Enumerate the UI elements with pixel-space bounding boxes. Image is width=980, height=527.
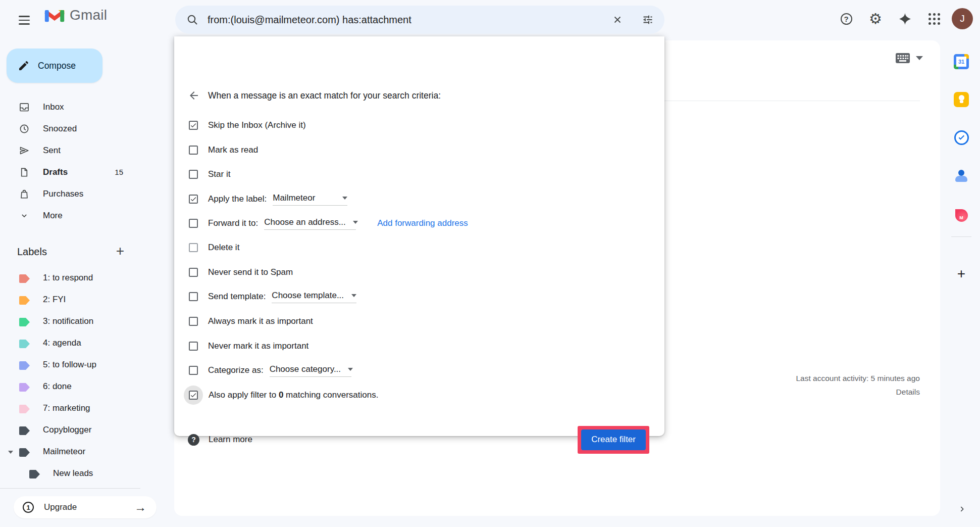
upgrade-button[interactable]: 1 Upgrade → (14, 496, 157, 518)
checkbox-always-important[interactable] (189, 317, 198, 326)
gmail-wordmark: Gmail (70, 7, 107, 23)
drafts-count: 15 (115, 168, 123, 176)
create-label-button[interactable]: + (116, 243, 124, 259)
highlight-annotation: Create filter (578, 426, 649, 454)
label-item-notification[interactable]: 3: notification (0, 311, 140, 333)
calendar-app-button[interactable]: 31 (952, 53, 970, 71)
add-forwarding-address-link[interactable]: Add forwarding address (377, 218, 468, 228)
sidebar-item-snoozed[interactable]: Snoozed (0, 118, 140, 139)
checkbox-forward[interactable] (189, 219, 198, 228)
labels-header: Labels + (0, 245, 140, 263)
label-item-fyi[interactable]: 2: FYI (0, 290, 140, 311)
search-input[interactable]: from:(louis@mailmeteor.com) has:attachme… (208, 14, 602, 26)
contacts-app-button[interactable] (952, 167, 970, 185)
checkbox-never-spam[interactable] (189, 268, 198, 277)
close-icon (612, 14, 623, 25)
create-filter-button[interactable]: Create filter (581, 429, 646, 450)
label-dropdown[interactable]: Mailmeteor (273, 193, 347, 206)
sidebar-item-sent[interactable]: Sent (0, 139, 140, 161)
input-tools-selector[interactable] (895, 53, 923, 64)
tag-icon (19, 318, 30, 326)
side-panel-rail: 31 M + (942, 40, 980, 527)
sidebar-item-drafts[interactable]: Drafts 15 (0, 161, 140, 183)
search-options-button[interactable] (636, 8, 659, 31)
filter-option-apply-label: Apply the label: Mailmeteor (189, 189, 649, 209)
label-item-to-respond[interactable]: 1: to respond (0, 268, 140, 290)
tasks-icon (954, 130, 969, 145)
collapse-caret-icon[interactable] (8, 451, 13, 454)
tag-icon (19, 296, 30, 305)
filter-option-never-spam: Never send it to Spam (189, 262, 649, 282)
checkbox-skip-inbox[interactable] (189, 121, 198, 130)
chevron-down-icon (342, 197, 347, 200)
checkbox-never-important[interactable] (189, 342, 198, 351)
search-button[interactable] (181, 9, 203, 31)
sidebar-item-inbox[interactable]: Inbox (0, 96, 140, 118)
get-addons-button[interactable]: + (952, 265, 970, 283)
mailmeteor-addon-button[interactable]: M (952, 206, 970, 224)
filter-option-mark-read: Mark as read (189, 140, 649, 160)
google-one-icon: 1 (23, 502, 34, 513)
account-avatar[interactable]: J (952, 8, 973, 29)
arrow-right-icon: → (134, 500, 146, 514)
label-item-new-leads[interactable]: New leads (0, 463, 140, 485)
gmail-logo-icon (44, 8, 65, 23)
help-icon: ? (841, 13, 852, 25)
keep-app-button[interactable] (952, 90, 970, 109)
chevron-right-icon (958, 505, 966, 513)
compose-button[interactable]: Compose (7, 49, 102, 83)
filter-option-forward: Forward it to: Choose an address... Add … (189, 213, 649, 233)
bag-icon (19, 188, 30, 200)
label-item-agenda[interactable]: 4: agenda (0, 333, 140, 355)
label-item-follow-up[interactable]: 5: to follow-up (0, 355, 140, 376)
checkbox-star[interactable] (189, 170, 198, 179)
clear-search-button[interactable] (606, 8, 629, 31)
keep-icon (954, 92, 969, 107)
details-link[interactable]: Details (796, 385, 920, 399)
checkbox-mark-read[interactable] (189, 146, 198, 155)
category-dropdown[interactable]: Choose category... (270, 364, 351, 377)
tag-icon (19, 383, 30, 392)
label-item-done[interactable]: 6: done (0, 376, 140, 398)
clock-icon (19, 123, 30, 134)
apps-grid-icon (929, 13, 940, 25)
create-filter-dialog: When a message is an exact match for you… (174, 36, 664, 436)
contacts-icon (954, 168, 969, 183)
send-icon (19, 145, 30, 156)
tasks-app-button[interactable] (952, 128, 970, 147)
labels-title: Labels (17, 246, 47, 258)
dialog-header: When a message is an exact match for you… (174, 85, 664, 106)
sidebar-item-purchases[interactable]: Purchases (0, 183, 140, 205)
settings-button[interactable]: ⚙ (864, 7, 887, 30)
rail-divider (951, 236, 971, 237)
label-item-mailmeteor[interactable]: Mailmeteor (0, 442, 140, 463)
plus-icon: + (957, 266, 965, 282)
label-item-copyblogger[interactable]: Copyblogger (0, 420, 140, 442)
gear-icon: ⚙ (869, 12, 882, 26)
checkbox-send-template[interactable] (189, 292, 198, 301)
filter-option-categorize: Categorize as: Choose category... (189, 360, 649, 380)
checkbox-also-apply[interactable] (189, 391, 198, 400)
label-item-marketing[interactable]: 7: marketing (0, 398, 140, 420)
keyboard-icon (895, 53, 910, 64)
chevron-down-icon (351, 294, 356, 297)
template-dropdown[interactable]: Choose template... (272, 291, 356, 303)
support-button[interactable]: ? (835, 7, 858, 30)
tag-icon (19, 274, 30, 283)
checkbox-delete[interactable] (189, 243, 198, 252)
google-apps-button[interactable] (922, 7, 946, 30)
gemini-button[interactable] (893, 7, 916, 30)
tag-icon (19, 405, 30, 413)
sidebar: Compose Inbox Snoozed Sent Drafts 15 (0, 40, 174, 527)
checkbox-apply-label[interactable] (189, 195, 198, 204)
checkbox-categorize[interactable] (189, 366, 198, 375)
show-side-panel-button[interactable] (954, 501, 969, 516)
learn-more-link[interactable]: Learn more (209, 435, 252, 445)
gmail-brand: Gmail (44, 7, 107, 23)
sidebar-item-more[interactable]: More (0, 205, 140, 226)
back-button[interactable] (184, 86, 203, 105)
main-menu-button[interactable] (12, 8, 36, 32)
chevron-down-icon (348, 368, 353, 371)
pencil-icon (18, 60, 30, 72)
forward-address-dropdown[interactable]: Choose an address... (264, 217, 356, 230)
